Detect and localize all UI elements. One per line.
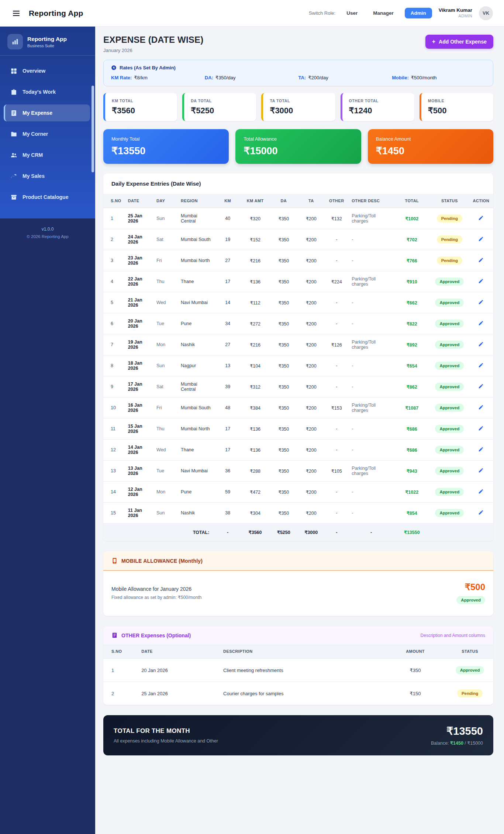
- app-version: v1.0.0: [4, 227, 91, 232]
- cell-status: Approved: [430, 503, 469, 524]
- status-badge: Pending: [437, 256, 462, 265]
- table-row: 2 24 Jan 2026 Sat Mumbai South 19 ₹152 ₹…: [103, 229, 493, 250]
- column-header: KM: [214, 194, 241, 208]
- sidebar-item[interactable]: My CRM: [4, 147, 90, 163]
- edit-icon[interactable]: [478, 341, 484, 347]
- role-button[interactable]: User: [342, 8, 362, 18]
- cell-ta: ₹200: [298, 461, 324, 482]
- total-cards: Monthly Total ₹13550 Total Allowance ₹15…: [103, 129, 493, 164]
- other-expenses-table: S.NO DATE DESCRIPTION AMOUNT STATUS: [103, 644, 493, 705]
- balance-value: ₹1450: [450, 741, 463, 746]
- cell-date: 19 Jan 2026: [125, 334, 153, 355]
- sidebar-footer: v1.0.0 © 2026 Reporting App: [0, 218, 95, 834]
- avatar[interactable]: VK: [479, 6, 493, 20]
- sidebar-item[interactable]: My Expense: [4, 104, 90, 121]
- table-row: 13 13 Jan 2026 Tue Navi Mumbai 36 ₹288 ₹…: [103, 461, 493, 482]
- menu-icon[interactable]: [12, 9, 21, 18]
- cell-other-desc: -: [349, 503, 393, 524]
- cell-km-amt: ₹384: [241, 397, 269, 418]
- edit-icon[interactable]: [478, 468, 484, 473]
- edit-icon[interactable]: [478, 278, 484, 284]
- cell-status: Pending: [430, 229, 469, 250]
- cell-status: Pending: [430, 208, 469, 229]
- edit-icon[interactable]: [478, 489, 484, 494]
- sidebar-item[interactable]: Today's Work: [4, 83, 90, 100]
- sidebar-item[interactable]: Product Catalogue: [4, 189, 90, 206]
- cell-day: Wed: [153, 440, 178, 461]
- table-row: 9 17 Jan 2026 Sat Mumbai Central 39 ₹312…: [103, 376, 493, 397]
- edit-icon[interactable]: [478, 425, 484, 431]
- sidebar-item[interactable]: Overview: [4, 62, 90, 79]
- rates-title: Rates (As Set By Admin): [120, 65, 176, 70]
- rupee-coin-icon: ₹: [111, 65, 117, 70]
- add-other-expense-button[interactable]: + Add Other Expense: [425, 35, 493, 49]
- total-card-value: ₹13550: [111, 145, 221, 157]
- cell-da: ₹350: [269, 292, 298, 313]
- cell-other: -: [324, 313, 349, 334]
- summary-card-label: DA TOTAL: [191, 99, 249, 103]
- cell-other: ₹132: [324, 208, 349, 229]
- sidebar-scrollbar[interactable]: [92, 86, 94, 172]
- summary-card-value: ₹5250: [191, 106, 249, 116]
- cell-other-desc: -: [349, 440, 393, 461]
- total-card-label: Total Allowance: [244, 136, 353, 142]
- total-card: Balance Amount ₹1450: [368, 129, 493, 164]
- cell-date: 22 Jan 2026: [125, 271, 153, 292]
- cell-total: ₹1002: [394, 208, 430, 229]
- rate-value: ₹500/month: [411, 75, 437, 80]
- cell-day: Fri: [153, 250, 178, 271]
- column-header: OTHER: [324, 194, 349, 208]
- table-row: 10 16 Jan 2026 Fri Mumbai South 48 ₹384 …: [103, 397, 493, 418]
- mobile-allowance-row-subtitle: Fixed allowance as set by admin: ₹500/mo…: [111, 595, 201, 600]
- sidebar-item-label: Overview: [23, 68, 45, 74]
- sidebar-item[interactable]: My Corner: [4, 125, 90, 142]
- plus-icon: +: [432, 39, 435, 45]
- status-badge: Approved: [456, 596, 485, 604]
- edit-icon[interactable]: [478, 447, 484, 452]
- briefcase-icon: [10, 89, 17, 96]
- table-row: 11 15 Jan 2026 Thu Mumbai North 17 ₹136 …: [103, 418, 493, 440]
- role-button[interactable]: Admin: [405, 8, 432, 18]
- column-header: DAY: [153, 194, 178, 208]
- phone-icon: [111, 558, 118, 564]
- edit-icon[interactable]: [478, 383, 484, 389]
- cell-total: ₹910: [394, 271, 430, 292]
- edit-icon[interactable]: [478, 299, 484, 305]
- cell-other-desc: Parking/Toll charges: [349, 397, 393, 418]
- status-badge: Approved: [435, 467, 464, 475]
- cell-total: ₹766: [394, 250, 430, 271]
- summary-card-label: OTHER TOTAL: [349, 99, 408, 103]
- cell-km: 38: [214, 503, 241, 524]
- column-header: STATUS: [446, 644, 493, 659]
- cell-region: Mumbai South: [178, 229, 214, 250]
- edit-icon[interactable]: [478, 215, 484, 221]
- edit-icon[interactable]: [478, 257, 484, 263]
- summary-card-label: MOBILE: [428, 99, 487, 103]
- cell-day: Sun: [153, 355, 178, 376]
- cell-ta: ₹200: [298, 418, 324, 440]
- cell-km: 40: [214, 208, 241, 229]
- edit-icon[interactable]: [478, 236, 484, 242]
- summary-card-value: ₹3560: [112, 106, 170, 116]
- total-row-other: -: [324, 524, 349, 541]
- cell-sno: 15: [103, 503, 125, 524]
- role-button[interactable]: Manager: [369, 8, 398, 18]
- edit-icon[interactable]: [478, 510, 484, 515]
- sidebar-item[interactable]: My Sales: [4, 168, 90, 185]
- cell-da: ₹350: [269, 418, 298, 440]
- edit-icon[interactable]: [478, 404, 484, 410]
- cell-km: 13: [214, 355, 241, 376]
- cell-date: 11 Jan 2026: [125, 503, 153, 524]
- cell-sno: 8: [103, 355, 125, 376]
- total-row-ta: ₹3000: [298, 524, 324, 541]
- edit-icon[interactable]: [478, 362, 484, 368]
- cell-km: 59: [214, 482, 241, 503]
- user-info[interactable]: Vikram Kumar ADMIN: [439, 7, 472, 19]
- cell-ta: ₹200: [298, 313, 324, 334]
- cell-ta: ₹200: [298, 271, 324, 292]
- cell-km: 14: [214, 292, 241, 313]
- table-row: 14 12 Jan 2026 Mon Pune 59 ₹472 ₹350 ₹20…: [103, 482, 493, 503]
- edit-icon[interactable]: [478, 320, 484, 326]
- cell-other-desc: -: [349, 292, 393, 313]
- cell-other: -: [324, 440, 349, 461]
